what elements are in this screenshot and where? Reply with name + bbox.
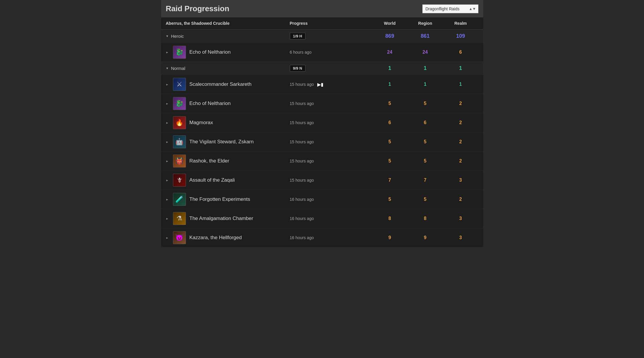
col-world: World [372, 21, 408, 26]
expand-icon-5[interactable]: ► [166, 179, 169, 182]
section-realm-heroic: 109 [443, 33, 478, 39]
boss-info-4: ► 👹 Rashok, the Elder [166, 155, 290, 167]
boss-icon-emoji-1: 🐉 [175, 100, 183, 107]
boss-icon-3: 🤖 [173, 135, 186, 148]
boss-info-3: ► 🤖 The Vigilant Steward, Zskarn [166, 135, 290, 148]
col-realm: Realm [443, 21, 478, 26]
boss-info-6: ► 🧪 The Forgotten Experiments [166, 193, 290, 206]
boss-info-7: ► ⚗ The Amalgamation Chamber [166, 212, 290, 225]
video-icon[interactable]: ▶▮ [317, 82, 323, 87]
section-name-heroic: ▼ Heroic [166, 34, 290, 39]
expand-icon-4[interactable]: ► [166, 160, 169, 163]
time-ago-2: 15 hours ago [290, 120, 314, 125]
boss-progress-cell-3: 15 hours ago [290, 139, 372, 144]
boss-realm-3: 2 [443, 139, 478, 144]
boss-info-0: ► ⚔ Scalecommander Sarkareth [166, 78, 290, 91]
expand-icon-0[interactable]: ► [166, 83, 169, 86]
boss-region-3: 5 [408, 139, 443, 144]
boss-realm-6: 2 [443, 197, 478, 202]
table-row: ► 👹 Rashok, the Elder 15 hours ago 5 5 2 [161, 151, 483, 170]
expand-icon-8[interactable]: ► [166, 236, 169, 239]
boss-icon-emoji-2: 🔥 [175, 119, 183, 127]
boss-realm-5: 3 [443, 178, 478, 183]
boss-icon-0: 🐉 [173, 46, 186, 59]
chevron-icon-normal: ▼ [166, 67, 169, 70]
table-row: ► ⚔ Scalecommander Sarkareth 15 hours ag… [161, 75, 483, 94]
boss-progress-cell-1: 15 hours ago [290, 101, 372, 106]
main-content: Aberrus, the Shadowed Crucible Progress … [161, 17, 483, 247]
boss-info-0: ► 🐉 Echo of Neltharion [166, 46, 290, 59]
boss-region-0: 1 [408, 82, 443, 87]
section-region-normal: 1 [408, 65, 443, 71]
boss-realm-1: 2 [443, 101, 478, 106]
chevron-icon-heroic: ▼ [166, 35, 169, 38]
boss-name-1: Echo of Neltharion [189, 101, 231, 106]
table-row: ► 🧪 The Forgotten Experiments 16 hours a… [161, 190, 483, 209]
boss-name-2: Magmorax [189, 120, 213, 126]
top-bar: Raid Progression Dragonflight Raids Shad… [161, 0, 483, 17]
table-row: ► 🗡 Assault of the Zaqali 15 hours ago 7… [161, 170, 483, 190]
section-progress-normal: 9/9 N [290, 65, 372, 72]
boss-region-1: 5 [408, 101, 443, 106]
expand-icon-0[interactable]: ► [166, 51, 169, 54]
section-name-normal: ▼ Normal [166, 66, 290, 71]
boss-name-5: Assault of the Zaqali [189, 177, 235, 183]
boss-icon-1: 🐉 [173, 97, 186, 110]
boss-icon-0: ⚔ [173, 78, 186, 91]
boss-progress-cell-5: 15 hours ago [290, 178, 372, 183]
boss-icon-emoji-0: ⚔ [176, 81, 182, 88]
table-header: Aberrus, the Shadowed Crucible Progress … [161, 17, 483, 29]
boss-name-3: The Vigilant Steward, Zskarn [189, 139, 254, 145]
boss-info-8: ► 👿 Kazzara, the Hellforged [166, 231, 290, 244]
boss-realm-2: 2 [443, 120, 478, 125]
boss-region-6: 5 [408, 197, 443, 202]
time-ago-0: 6 hours ago [290, 50, 312, 55]
boss-icon-emoji-5: 🗡 [176, 176, 183, 184]
section-realm-normal: 1 [443, 65, 478, 71]
boss-progress-cell-6: 16 hours ago [290, 197, 372, 202]
boss-world-0: 1 [372, 82, 408, 87]
boss-world-7: 8 [372, 216, 408, 221]
boss-icon-6: 🧪 [173, 193, 186, 206]
boss-world-2: 6 [372, 120, 408, 125]
time-ago-4: 15 hours ago [290, 159, 314, 163]
expand-icon-6[interactable]: ► [166, 198, 169, 201]
raid-dropdown-wrapper[interactable]: Dragonflight Raids Shadowlands Raids Bat… [422, 4, 478, 13]
table-row: ► 🐉 Echo of Neltharion 15 hours ago 5 5 … [161, 94, 483, 113]
raid-dropdown[interactable]: Dragonflight Raids Shadowlands Raids Bat… [422, 4, 478, 13]
section-region-heroic: 861 [408, 33, 443, 39]
boss-icon-emoji-8: 👿 [175, 234, 183, 242]
boss-icon-emoji-0: 🐉 [175, 48, 183, 56]
table-row: ► 🤖 The Vigilant Steward, Zskarn 15 hour… [161, 132, 483, 151]
boss-icon-emoji-3: 🤖 [175, 138, 183, 146]
boss-region-7: 8 [408, 216, 443, 221]
expand-icon-3[interactable]: ► [166, 140, 169, 144]
col-region: Region [408, 21, 443, 26]
table-row: ► ⚗ The Amalgamation Chamber 16 hours ag… [161, 209, 483, 228]
section-normal: ▼ Normal 9/9 N 1 1 1 [161, 62, 483, 75]
time-ago-3: 15 hours ago [290, 139, 314, 144]
progress-badge-normal: 9/9 N [290, 65, 305, 72]
boss-region-8: 9 [408, 235, 443, 240]
boss-realm-0: 6 [443, 50, 478, 55]
boss-realm-0: 1 [443, 82, 478, 87]
boss-icon-emoji-6: 🧪 [175, 196, 183, 203]
boss-world-5: 7 [372, 178, 408, 183]
section-world-heroic: 869 [372, 33, 408, 39]
time-ago-6: 16 hours ago [290, 197, 314, 202]
boss-progress-cell-0: 6 hours ago [290, 50, 372, 55]
col-progress: Progress [290, 21, 372, 26]
boss-realm-8: 3 [443, 235, 478, 240]
boss-info-5: ► 🗡 Assault of the Zaqali [166, 174, 290, 187]
section-heroic: ▼ Heroic 1/9 H 869 861 109 [161, 29, 483, 42]
boss-name-4: Rashok, the Elder [189, 158, 229, 164]
col-raid: Aberrus, the Shadowed Crucible [166, 21, 290, 26]
expand-icon-7[interactable]: ► [166, 217, 169, 220]
progress-badge-heroic: 1/9 H [290, 33, 305, 40]
expand-icon-2[interactable]: ► [166, 121, 169, 124]
boss-world-8: 9 [372, 235, 408, 240]
boss-icon-4: 👹 [173, 155, 186, 167]
boss-progress-cell-0: 15 hours ago ▶▮ [290, 82, 372, 87]
expand-icon-1[interactable]: ► [166, 102, 169, 105]
boss-name-8: Kazzara, the Hellforged [189, 235, 242, 241]
